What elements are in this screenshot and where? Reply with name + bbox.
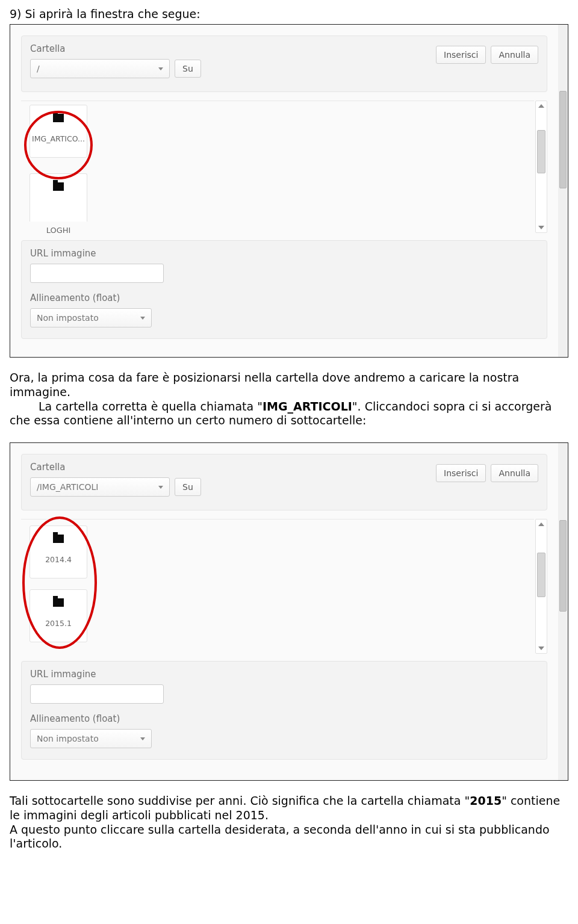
up-button[interactable]: Su: [175, 60, 201, 78]
folder-icon: [53, 598, 64, 607]
url-label: URL immagine: [30, 669, 538, 680]
folder-label: 2015.1: [44, 619, 73, 628]
alignment-select[interactable]: Non impostato: [30, 729, 152, 748]
inner-scrollbar-thumb[interactable]: [537, 553, 545, 597]
insert-button[interactable]: Inserisci: [436, 46, 486, 64]
para1-bold: IMG_ARTICOLI: [263, 400, 352, 413]
outer-scrollbar[interactable]: [558, 443, 568, 780]
folder-icon: [53, 114, 64, 122]
paragraph-1: Ora, la prima cosa da fare è posizionars…: [10, 371, 568, 428]
outer-scrollbar[interactable]: [558, 25, 568, 357]
folder-tile-2015-1[interactable]: 2015.1: [30, 589, 87, 642]
url-input[interactable]: [30, 264, 164, 283]
alignment-label: Allineamento (float): [30, 713, 538, 724]
chevron-down-icon: [140, 317, 145, 320]
folder-tile-loghi[interactable]: LOGHI: [30, 173, 87, 222]
folder-browse-area: IMG_ARTICO... LOGHI: [21, 101, 547, 233]
up-button[interactable]: Su: [175, 478, 201, 496]
scroll-up-icon[interactable]: [536, 519, 547, 529]
image-options-panel: URL immagine Allineamento (float) Non im…: [21, 240, 547, 339]
path-select-value: /IMG_ARTICOLI: [37, 482, 98, 492]
para2-pre: Tali sottocartelle sono suddivise per an…: [10, 794, 470, 807]
folder-label: IMG_ARTICO...: [31, 134, 86, 143]
filebrowser-screenshot-1: Cartella / Su Inserisci Annulla IMG_ARTI…: [10, 24, 568, 358]
paragraph-2: Tali sottocartelle sono suddivise per an…: [10, 794, 568, 851]
alignment-select-value: Non impostato: [37, 313, 99, 323]
cancel-button[interactable]: Annulla: [491, 464, 538, 482]
url-input[interactable]: [30, 684, 164, 704]
url-label: URL immagine: [30, 248, 538, 259]
inner-scrollbar-thumb[interactable]: [537, 130, 545, 173]
scroll-down-icon[interactable]: [536, 643, 547, 653]
alignment-select-value: Non impostato: [37, 734, 99, 743]
path-select[interactable]: /IMG_ARTICOLI: [30, 477, 170, 497]
para2-line2: A questo punto cliccare sulla cartella d…: [10, 823, 550, 851]
inner-scrollbar[interactable]: [535, 519, 547, 654]
scroll-up-icon[interactable]: [536, 101, 547, 111]
scroll-down-icon[interactable]: [536, 223, 547, 232]
folder-label: LOGHI: [30, 226, 87, 235]
folder-panel: Cartella /IMG_ARTICOLI Su Inserisci Annu…: [21, 454, 547, 510]
para1-line2: La cartella corretta è quella chiamata "…: [10, 400, 568, 429]
image-options-panel: URL immagine Allineamento (float) Non im…: [21, 661, 547, 760]
inner-scrollbar[interactable]: [535, 101, 547, 233]
cancel-button[interactable]: Annulla: [491, 46, 538, 64]
path-select[interactable]: /: [30, 59, 170, 78]
folder-panel: Cartella / Su Inserisci Annulla: [21, 36, 547, 92]
para1-line1: Ora, la prima cosa da fare è posizionars…: [10, 371, 519, 398]
para2-line1: Tali sottocartelle sono suddivise per an…: [10, 794, 560, 822]
path-select-value: /: [37, 64, 40, 73]
folder-icon: [53, 535, 64, 543]
para2-bold: 2015: [470, 794, 502, 807]
chevron-down-icon: [140, 737, 145, 740]
step-heading: 9) Si aprirà la finestra che segue:: [10, 7, 568, 20]
chevron-down-icon: [158, 486, 163, 489]
alignment-label: Allineamento (float): [30, 293, 538, 303]
folder-tile-img-articoli[interactable]: IMG_ARTICO...: [30, 105, 87, 158]
folder-browse-area: 2014.4 2015.1: [21, 519, 547, 654]
outer-scrollbar-thumb[interactable]: [559, 91, 567, 188]
folder-label: 2014.4: [44, 555, 73, 564]
alignment-select[interactable]: Non impostato: [30, 308, 152, 327]
folder-icon: [53, 182, 64, 191]
filebrowser-screenshot-2: Cartella /IMG_ARTICOLI Su Inserisci Annu…: [10, 442, 568, 781]
para1-pre: La cartella corretta è quella chiamata ": [39, 400, 263, 413]
outer-scrollbar-thumb[interactable]: [559, 520, 567, 612]
insert-button[interactable]: Inserisci: [436, 464, 486, 482]
chevron-down-icon: [158, 67, 163, 70]
folder-tile-2014-4[interactable]: 2014.4: [30, 526, 87, 578]
